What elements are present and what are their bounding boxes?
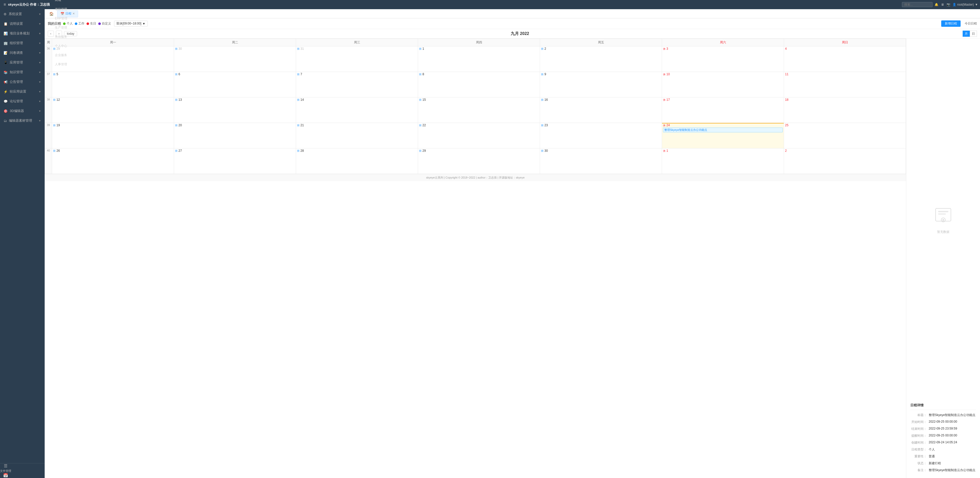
day-tag[interactable]: 班	[541, 98, 544, 101]
calendar-day-cell[interactable]: 休 17	[662, 97, 784, 123]
top-nav-item-生产管理[interactable]: 生产管理	[52, 23, 70, 32]
today-schedule-label[interactable]: 今日日程	[965, 21, 977, 26]
sidebar-item-轻应用设置[interactable]: ⚡ 轻应用设置 ▼	[0, 87, 45, 97]
day-tag[interactable]: 班	[297, 98, 300, 101]
day-tag[interactable]: 班	[53, 124, 56, 127]
calendar-day-cell[interactable]: 2	[784, 148, 906, 174]
calendar-day-cell[interactable]: 班 1	[418, 46, 540, 72]
calendar-day-cell[interactable]: 班 22	[418, 123, 540, 148]
calendar-day-cell[interactable]: 班 5	[52, 72, 174, 97]
sidebar-item-问卷调查[interactable]: 📝 问卷调查 ▼	[0, 48, 45, 58]
day-tag[interactable]: 班	[297, 48, 300, 50]
day-tag[interactable]: 班	[541, 73, 544, 76]
filter-custom[interactable]: 自定义	[98, 21, 111, 26]
user-badge[interactable]: 👤 root(Master) ▼	[953, 3, 978, 6]
calendar-day-cell[interactable]: 班 30	[540, 148, 662, 174]
day-tag[interactable]: 班	[419, 149, 422, 152]
sidebar-item-论坛管理[interactable]: 💬 论坛管理 ▼	[0, 97, 45, 106]
day-tag[interactable]: 休	[663, 149, 666, 152]
day-view-button[interactable]: 日	[970, 30, 977, 37]
sidebar-item-3D编辑器[interactable]: 🎯 3D编辑器 ▼	[0, 106, 45, 116]
schedule-type-dropdown[interactable]: 双休[09:00~18:00] ▼	[114, 21, 148, 27]
calendar-day-cell[interactable]: 班 29	[418, 148, 540, 174]
new-schedule-button[interactable]: 新增日程	[941, 21, 961, 27]
day-tag[interactable]: 班	[53, 98, 56, 101]
day-tag[interactable]: 班	[297, 73, 300, 76]
day-tag[interactable]: 班	[419, 73, 422, 76]
calendar-day-cell[interactable]: 班 19	[52, 123, 174, 148]
day-tag[interactable]: 班	[419, 98, 422, 101]
day-tag[interactable]: 休	[663, 48, 666, 50]
top-nav-item-售后服务[interactable]: 售后服务	[52, 32, 70, 41]
day-tag[interactable]: 班	[175, 48, 178, 50]
calendar-day-cell[interactable]: 班 8	[418, 72, 540, 97]
day-tag[interactable]: 班	[53, 73, 56, 76]
camera-icon[interactable]: 📷	[947, 3, 950, 6]
sidebar-item-系统设置[interactable]: ⚙ 系统设置 ▼	[0, 9, 45, 19]
day-tag[interactable]: 班	[297, 149, 300, 152]
calendar-day-cell[interactable]: 班 12	[52, 97, 174, 123]
sidebar-item-项目业务规划[interactable]: 📊 项目业务规划 ▼	[0, 29, 45, 38]
sidebar-bottom-文件管理[interactable]: ☰ 文件管理	[0, 464, 11, 473]
calendar-day-cell[interactable]: 25	[784, 123, 906, 148]
sidebar-item-知识管理[interactable]: 📚 知识管理 ▼	[0, 67, 45, 77]
day-tag[interactable]: 班	[175, 73, 178, 76]
hamburger-icon[interactable]: ≡	[2, 1, 7, 8]
day-tag[interactable]: 班	[541, 48, 544, 50]
top-nav-item-商城[interactable]: 商城	[52, 0, 70, 5]
calendar-day-cell[interactable]: 班 30	[174, 46, 296, 72]
day-tag[interactable]: 班	[175, 98, 178, 101]
calendar-day-cell[interactable]: 班 27	[174, 148, 296, 174]
calendar-day-cell[interactable]: 班 26	[52, 148, 174, 174]
sidebar-item-编辑器素材管理[interactable]: 🗂 编辑器素材管理 ▼	[0, 116, 45, 125]
day-tag[interactable]: 休	[663, 124, 666, 127]
calendar-day-cell[interactable]: 休 1	[662, 148, 784, 174]
top-nav-item-ERP管理[interactable]: ERP管理	[52, 14, 70, 23]
calendar-day-cell[interactable]: 班 6	[174, 72, 296, 97]
calendar-day-cell[interactable]: 休 10	[662, 72, 784, 97]
day-tag[interactable]: 休	[663, 98, 666, 101]
event-item[interactable]: 整理Skyeye智能制造云办公功能点	[663, 127, 783, 132]
sidebar-item-应用管理[interactable]: 📱 应用管理 ▼	[0, 58, 45, 67]
top-nav-item-个人中心[interactable]: 个人中心	[52, 41, 70, 51]
day-tag[interactable]: 班	[175, 149, 178, 152]
day-tag[interactable]: 班	[541, 124, 544, 127]
calendar-day-cell[interactable]: 班 2	[540, 46, 662, 72]
day-tag[interactable]: 班	[541, 149, 544, 152]
day-tag[interactable]: 班	[175, 124, 178, 127]
day-tag[interactable]: 班	[297, 124, 300, 127]
calendar-day-cell[interactable]: 4	[784, 46, 906, 72]
sidebar-item-组织管理[interactable]: 🏢 组织管理 ▼	[0, 38, 45, 48]
calendar-day-cell[interactable]: 休 3	[662, 46, 784, 72]
tab-close-icon[interactable]: ✕	[73, 12, 75, 15]
day-tag[interactable]: 班	[53, 149, 56, 152]
calendar-day-cell[interactable]: 班 16	[540, 97, 662, 123]
calendar-day-cell[interactable]: 班 21	[296, 123, 418, 148]
top-nav-item-人事管理[interactable]: 人事管理	[52, 60, 70, 69]
day-tag[interactable]: 班	[419, 124, 422, 127]
bell-icon[interactable]: 🔔	[935, 3, 939, 6]
month-view-button[interactable]: 月	[963, 30, 970, 37]
calendar-day-cell[interactable]: 班 13	[174, 97, 296, 123]
calendar-day-cell[interactable]: 班 28	[296, 148, 418, 174]
calendar-day-cell[interactable]: 班 14	[296, 97, 418, 123]
day-tag[interactable]: 休	[663, 73, 666, 76]
calendar-day-cell[interactable]: 班 20	[174, 123, 296, 148]
calendar-day-cell[interactable]: 11	[784, 72, 906, 97]
calendar-day-cell[interactable]: 班 9	[540, 72, 662, 97]
calendar-day-cell[interactable]: 班 15	[418, 97, 540, 123]
top-nav-item-企业服务[interactable]: 企业服务	[52, 51, 70, 60]
sidebar-item-公告管理[interactable]: 📢 公告管理 ▼	[0, 77, 45, 87]
top-nav-item-项目管理[interactable]: 项目管理	[52, 5, 70, 14]
day-tag[interactable]: 班	[419, 48, 422, 50]
calendar-day-cell[interactable]: 班 23	[540, 123, 662, 148]
filter-work[interactable]: 工作	[75, 21, 84, 26]
calendar-day-cell[interactable]: 班 7	[296, 72, 418, 97]
sidebar-item-说明设置[interactable]: 📋 说明设置 ▼	[0, 19, 45, 29]
calendar-day-cell[interactable]: 班 31	[296, 46, 418, 72]
monitor-icon[interactable]: 🖥	[941, 3, 944, 6]
sidebar-bottom-日程[interactable]: 📅 日程	[0, 473, 11, 478]
calendar-day-cell[interactable]: 18	[784, 97, 906, 123]
search-input[interactable]	[902, 2, 932, 7]
filter-birthday[interactable]: 生日	[86, 21, 96, 26]
